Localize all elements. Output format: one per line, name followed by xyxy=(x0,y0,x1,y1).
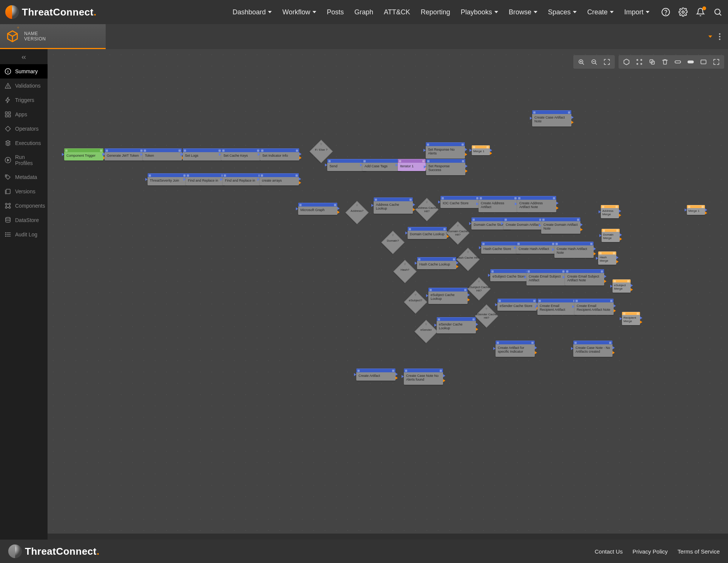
decision-node[interactable]: ⑂Address? xyxy=(345,201,369,224)
decision-node[interactable]: ⑂eSubject Cache Hit? xyxy=(467,277,491,301)
playbook-node[interactable]: Merge 1 xyxy=(472,145,490,155)
settings-gear-icon[interactable] xyxy=(678,7,688,17)
nav-workflow[interactable]: Workflow xyxy=(282,8,316,16)
playbook-node[interactable]: Create Domain Artifact Note xyxy=(541,217,580,234)
playbook-node[interactable]: Generate JWT Token xyxy=(105,148,144,160)
playbook-node[interactable]: Set Response No Alerts xyxy=(426,142,465,159)
playbook-node[interactable]: Create Address Artifact Note xyxy=(517,196,556,212)
notifications-bell-icon[interactable] xyxy=(696,7,705,17)
zoom-in-icon[interactable] xyxy=(576,56,587,68)
footer-link-terms-of-service[interactable]: Terms of Service xyxy=(677,548,720,555)
nav-playbooks[interactable]: Playbooks xyxy=(461,8,498,16)
sidebar-item-components[interactable]: Components xyxy=(0,199,48,213)
playbook-node[interactable]: Create Email Recipient Artifact Note xyxy=(574,299,614,315)
playbook-node[interactable]: ThreatSeverity Join xyxy=(148,173,187,185)
nav-import[interactable]: Import xyxy=(624,8,650,16)
sidebar-item-validations[interactable]: Validations xyxy=(0,79,48,93)
playbook-node[interactable]: eSender Cache Store xyxy=(497,299,537,311)
playbook-node[interactable]: Hash Cache Lookup xyxy=(417,257,456,269)
playbook-node[interactable]: Create Email Subject Artifact xyxy=(526,269,566,285)
copy-icon[interactable] xyxy=(646,56,658,68)
playbook-node[interactable]: create arrays xyxy=(260,173,299,185)
playbook-node[interactable]: Create Hash Artifact Note xyxy=(554,242,594,258)
sidebar-item-versions[interactable]: Versions xyxy=(0,184,48,199)
toggle-light-icon[interactable] xyxy=(685,56,696,68)
playbook-node[interactable]: Address Cache Lookup xyxy=(374,197,413,214)
add-component-icon[interactable] xyxy=(621,56,632,68)
playbook-node[interactable]: Domain Merge xyxy=(602,229,620,242)
playbook-node[interactable]: Merge 1 xyxy=(687,205,705,215)
sidebar-item-summary[interactable]: Summary xyxy=(0,64,48,79)
playbook-canvas[interactable]: Component TriggerGenerate JWT TokenToken… xyxy=(48,49,728,540)
playbook-node[interactable]: IOC Cache Store xyxy=(440,196,480,208)
playbook-node[interactable]: Create Artifact for specific Indicator xyxy=(496,341,535,357)
decision-node[interactable]: ⑂eSubject? xyxy=(404,290,427,314)
nav-posts[interactable]: Posts xyxy=(327,8,344,16)
fit-screen-icon[interactable] xyxy=(698,56,709,68)
decision-node[interactable]: ⑂Hash? xyxy=(393,260,417,283)
context-expand-toggle[interactable] xyxy=(708,35,712,38)
sidebar-collapse-button[interactable] xyxy=(0,52,48,63)
decision-node[interactable]: ⑂Domain Cache Hit? xyxy=(446,221,469,245)
arrange-icon[interactable] xyxy=(634,56,645,68)
sidebar-item-operators[interactable]: Operators xyxy=(0,122,48,136)
playbook-node[interactable]: Set Logs xyxy=(183,148,222,160)
decision-node[interactable]: ⑂eSender Cache Hit? xyxy=(475,304,498,328)
sidebar-item-apps[interactable]: Apps xyxy=(0,107,48,122)
playbook-node[interactable]: Iterator 1 xyxy=(398,159,426,171)
playbook-node[interactable]: Create Case Note No Alerts found xyxy=(404,369,443,385)
playbook-node[interactable]: Set Cache Keys xyxy=(221,148,260,160)
sidebar-item-audit-log[interactable]: Audit Log xyxy=(0,227,48,242)
playbook-node[interactable]: Create Email Recipient Artifact xyxy=(537,299,577,315)
playbook-node[interactable]: Create Artifact xyxy=(356,369,396,381)
sidebar-item-datastore[interactable]: DataStore xyxy=(0,213,48,227)
playbook-node[interactable]: eSubject Cache Store xyxy=(490,269,529,281)
nav-att-ck[interactable]: ATT&CK xyxy=(384,8,410,16)
context-more-menu[interactable] xyxy=(719,33,720,40)
sidebar-item-triggers[interactable]: Triggers xyxy=(0,93,48,107)
zoom-out-icon[interactable] xyxy=(588,56,600,68)
decision-node[interactable]: ⑂eSender xyxy=(414,320,438,343)
delete-trash-icon[interactable] xyxy=(659,56,671,68)
playbook-node[interactable]: Component Trigger xyxy=(64,148,103,160)
playbook-node[interactable]: eSubject Cache Lookup xyxy=(428,288,468,304)
decision-node[interactable]: ⑂Domain? xyxy=(381,231,405,254)
playbook-node[interactable]: Microsoft Graph xyxy=(298,203,337,215)
decision-node[interactable]: ⑂Address Cache Hit? xyxy=(415,198,439,221)
nav-reporting[interactable]: Reporting xyxy=(421,8,450,16)
playbook-node[interactable]: Recipient Merge xyxy=(622,312,640,325)
playbook-node[interactable]: Create Case Note - No Artifacts created xyxy=(573,341,613,357)
help-icon[interactable] xyxy=(661,7,671,17)
playbook-node[interactable]: Domain Cache Lookup xyxy=(408,227,447,239)
playbook-node[interactable]: Create Email Subject Artifact Note xyxy=(565,269,604,285)
playbook-node[interactable]: Token xyxy=(143,148,182,160)
nav-create[interactable]: Create xyxy=(587,8,614,16)
playbook-node[interactable]: eSubject Merge xyxy=(613,279,631,293)
sidebar-item-run-profiles[interactable]: Run Profiles xyxy=(0,150,48,170)
playbook-node[interactable]: Hash Merge xyxy=(598,251,616,265)
playbook-node[interactable]: Find and Replace in xyxy=(186,173,225,185)
decision-node[interactable]: ⑂Hash Cache Hit? xyxy=(456,248,480,271)
playbook-node[interactable]: eSender Cache Lookup xyxy=(437,317,476,333)
nav-browse[interactable]: Browse xyxy=(509,8,537,16)
horizontal-scrollbar[interactable] xyxy=(48,534,728,540)
fullscreen-icon[interactable] xyxy=(601,56,613,68)
playbook-node[interactable]: Set Indicator Info xyxy=(260,148,299,160)
playbook-node[interactable]: Create Address Artifact xyxy=(479,196,518,212)
expand-panel-icon[interactable] xyxy=(711,56,722,68)
playbook-node[interactable]: Address Merge xyxy=(601,205,619,218)
brand-logo[interactable]: ThreatConnect xyxy=(5,5,97,19)
nav-spaces[interactable]: Spaces xyxy=(548,8,577,16)
footer-logo[interactable]: ThreatConnect xyxy=(8,544,100,558)
sidebar-item-metadata[interactable]: Metadata xyxy=(0,170,48,184)
playbook-node[interactable]: Create Domain Artifact xyxy=(503,217,543,230)
nav-dashboard[interactable]: Dashboard xyxy=(232,8,272,16)
playbook-node[interactable]: Find and Replace in xyxy=(223,173,262,185)
playbook-node[interactable]: Create Case Artifact Note xyxy=(532,110,571,126)
playbook-node[interactable]: Set Response Success xyxy=(426,159,465,175)
footer-link-contact-us[interactable]: Contact Us xyxy=(595,548,623,555)
toggle-dark-icon[interactable] xyxy=(672,56,683,68)
search-icon[interactable] xyxy=(713,7,723,17)
nav-graph[interactable]: Graph xyxy=(354,8,373,16)
sidebar-item-executions[interactable]: Executions xyxy=(0,136,48,150)
